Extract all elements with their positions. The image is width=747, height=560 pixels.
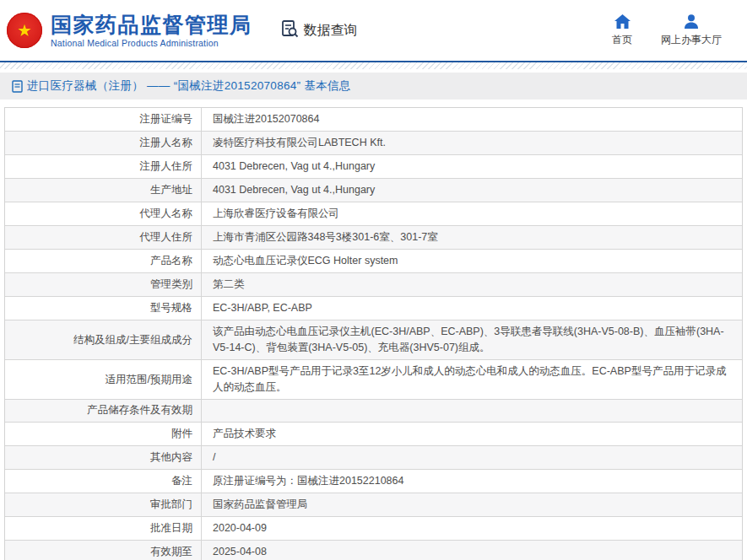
row-value: EC-3H/ABP型号产品用于记录3至12岁小儿和成人的动态心电和成人的动态血压… [201,360,742,399]
row-label-text: 型号规格 [150,301,192,315]
row-value-text: 2025-04-08 [213,544,267,560]
site-title-cn: 国家药品监督管理局 [51,13,252,37]
row-value: 上海市青浦区公园路348号3楼301-6室、301-7室 [201,226,742,249]
row-value-text: 凌特医疗科技有限公司LABTECH Kft. [213,135,386,151]
online-hall-label: 网上办事大厅 [661,33,722,47]
row-value-text: 上海市青浦区公园路348号3楼301-6室、301-7室 [213,229,438,245]
row-label: 注册人住所 [5,155,201,178]
table-row: 注册人住所4031 Debrecen, Vag ut 4.,Hungary [5,155,742,179]
row-label: 附件 [5,423,201,445]
row-label: 代理人名称 [5,202,201,225]
table-row: 注册证编号国械注进20152070864 [5,108,742,132]
row-label-text: 注册人住所 [140,159,193,174]
document-search-icon [279,19,300,42]
row-label-text: 产品名称 [150,254,192,268]
home-nav[interactable]: 首页 [612,13,632,47]
table-row: 代理人住所上海市青浦区公园路348号3楼301-6室、301-7室 [5,226,742,250]
table-row: 备注原注册证编号为：国械注进20152210864 [5,470,742,493]
table-row: 有效期至2025-04-08 [5,541,742,560]
header-hatch-band [0,62,747,69]
row-value: 第二类 [201,273,742,296]
table-row: 适用范围/预期用途EC-3H/ABP型号产品用于记录3至12岁小儿和成人的动态心… [5,360,742,400]
breadcrumb-text: 进口医疗器械（注册） —— “国械注进20152070864” 基本信息 [27,78,351,94]
row-label: 生产地址 [5,179,201,202]
row-label-text: 备注 [171,474,192,488]
row-label: 产品储存条件及有效期 [5,400,201,422]
table-row: 注册人名称凌特医疗科技有限公司LABTECH Kft. [5,132,742,155]
table-row: 生产地址4031 Debrecen, Vag ut 4.,Hungary [5,179,742,202]
row-value: / [201,446,742,469]
table-row: 审批部门国家药品监督管理局 [5,493,742,517]
row-value-text: 原注册证编号为：国械注进20152210864 [213,473,403,489]
row-label-text: 注册人名称 [140,136,193,150]
row-value: 国家药品监督管理局 [201,493,742,516]
person-icon [684,13,699,29]
row-value: 原注册证编号为：国械注进20152210864 [201,470,742,493]
table-row: 批准日期2020-04-09 [5,517,742,541]
row-value: 4031 Debrecen, Vag ut 4.,Hungary [201,155,742,178]
table-row: 型号规格EC-3H/ABP, EC-ABP [5,297,742,320]
row-label: 审批部门 [5,493,201,516]
home-icon [614,13,631,29]
breadcrumb-doc-icon [12,80,23,93]
row-label-text: 管理类别 [150,277,192,292]
table-row: 产品储存条件及有效期 [5,400,742,423]
row-label: 注册人名称 [5,132,201,154]
row-label-text: 注册证编号 [140,112,193,127]
row-value-text: 第二类 [213,277,245,293]
row-value-text: EC-3H/ABP型号产品用于记录3至12岁小儿和成人的动态心电和成人的动态血压… [213,363,733,396]
row-label: 其他内容 [5,446,201,469]
row-label: 代理人住所 [5,226,201,249]
data-query-nav[interactable]: 数据查询 [279,19,358,42]
row-value-text: 4031 Debrecen, Vag ut 4.,Hungary [213,182,375,198]
row-value: 产品技术要求 [201,423,742,445]
row-label-text: 代理人名称 [140,207,193,221]
row-value-text: 产品技术要求 [213,426,276,442]
row-label-text: 其他内容 [150,450,192,465]
row-label-text: 适用范围/预期用途 [106,373,192,387]
online-hall-nav[interactable]: 网上办事大厅 [661,13,722,47]
emblem-star-icon: ★ [17,22,32,39]
row-label-text: 附件 [171,427,192,441]
row-label-text: 结构及组成/主要组成成分 [73,333,192,347]
table-row: 产品名称动态心电血压记录仪ECG Holter system [5,250,742,273]
row-value [201,400,742,422]
row-value: 该产品由动态心电血压记录仪主机(EC-3H/ABP、EC-ABP)、3导联患者导… [201,320,742,359]
row-label-text: 有效期至 [150,545,192,559]
row-value-text: 动态心电血压记录仪ECG Holter system [213,253,398,269]
row-label-text: 生产地址 [150,183,192,197]
row-label: 备注 [5,470,201,493]
row-value: 凌特医疗科技有限公司LABTECH Kft. [201,132,742,154]
row-label: 注册证编号 [5,108,201,131]
site-title: 国家药品监督管理局 National Medical Products Admi… [51,13,252,49]
row-label-text: 审批部门 [150,498,192,512]
table-row: 附件产品技术要求 [5,423,742,446]
row-value-text: EC-3H/ABP, EC-ABP [213,300,312,316]
row-label: 型号规格 [5,297,201,320]
row-value-text: 2020-04-09 [213,520,267,536]
header: ★ 国家药品监督管理局 National Medical Products Ad… [0,0,747,61]
row-value-text: 国械注进20152070864 [213,111,319,127]
breadcrumb-bar: 进口医疗器械（注册） —— “国械注进20152070864” 基本信息 [0,73,747,100]
row-value: 4031 Debrecen, Vag ut 4.,Hungary [201,179,742,202]
table-row: 代理人名称上海欣睿医疗设备有限公司 [5,202,742,226]
row-value-text: 4031 Debrecen, Vag ut 4.,Hungary [213,159,375,175]
row-value-text: / [213,450,215,466]
row-label-text: 产品储存条件及有效期 [87,403,192,417]
row-label: 批准日期 [5,517,201,540]
row-label: 管理类别 [5,273,201,296]
site-title-en: National Medical Products Administration [51,38,252,48]
row-value-text: 上海欣睿医疗设备有限公司 [213,206,339,222]
row-value: 2025-04-08 [201,541,742,560]
table-row: 管理类别第二类 [5,273,742,297]
registration-table: 注册证编号国械注进20152070864注册人名称凌特医疗科技有限公司LABTE… [4,107,743,560]
row-value-text: 该产品由动态心电血压记录仪主机(EC-3H/ABP、EC-ABP)、3导联患者导… [213,324,733,356]
table-row: 其他内容/ [5,446,742,470]
data-query-label: 数据查询 [304,22,358,40]
national-emblem-logo[interactable]: ★ [7,13,42,48]
row-label: 有效期至 [5,541,201,560]
table-row: 结构及组成/主要组成成分该产品由动态心电血压记录仪主机(EC-3H/ABP、EC… [5,320,742,360]
row-label: 适用范围/预期用途 [5,360,201,399]
row-value-text: 国家药品监督管理局 [213,497,308,513]
row-label: 结构及组成/主要组成成分 [5,320,201,359]
